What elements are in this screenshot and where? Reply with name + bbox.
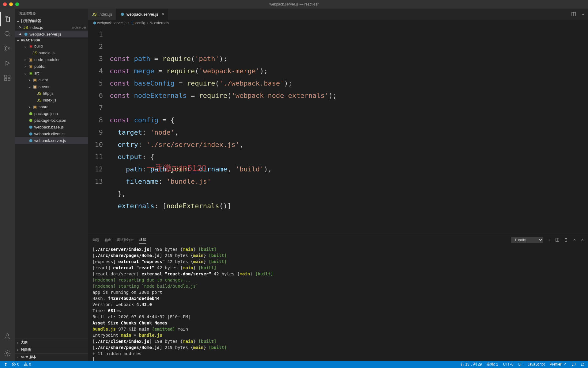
folder-item[interactable]: ›▣public — [15, 63, 88, 70]
namespace-icon: ⊟ — [131, 21, 134, 25]
item-label: webpack.base.js — [34, 125, 86, 129]
file-icon: ▣ — [32, 84, 37, 89]
panel-tab[interactable]: 问题 — [92, 236, 99, 243]
svg-point-8 — [6, 334, 9, 336]
feedback-icon[interactable] — [571, 362, 576, 366]
open-editor-item[interactable]: ●⬢webpack.server.js — [15, 31, 88, 37]
indentation[interactable]: 空格: 2 — [487, 362, 498, 367]
encoding[interactable]: UTF-8 — [503, 362, 514, 366]
folder-item[interactable]: ›▣client — [15, 76, 88, 83]
terminal-output[interactable]: [./src/server/index.js] 496 bytes {main}… — [88, 244, 588, 361]
sidebar-section-header[interactable]: ›NPM 脚本 — [15, 353, 88, 361]
more-actions-icon[interactable]: ⋯ — [580, 12, 584, 17]
breadcrumb-item[interactable]: ✎ externals — [150, 21, 169, 25]
terminal-line: [./src/share/pages/Home.js] 219 bytes {m… — [92, 344, 584, 351]
close-icon[interactable]: × — [19, 25, 21, 30]
terminal-line: bundle.js 977 KiB main [emitted] main — [92, 326, 584, 332]
svg-rect-5 — [5, 79, 7, 81]
file-icon: ⬢ — [93, 21, 96, 25]
svg-rect-7 — [8, 75, 10, 77]
folder-item[interactable]: ⌄▣build — [15, 43, 88, 49]
terminal-select[interactable]: 1: node — [511, 237, 543, 243]
svg-point-1 — [5, 46, 6, 48]
item-label: webpack.server.js — [34, 138, 86, 143]
split-terminal-icon[interactable] — [555, 238, 560, 242]
open-editors-list: ×JSindex.jssrc/server●⬢webpack.server.js — [15, 24, 88, 37]
prettier-status[interactable]: Prettier: ✓ — [550, 362, 567, 366]
file-icon: ▣ — [28, 64, 33, 69]
errors-count[interactable]: 0 — [12, 362, 19, 366]
terminal-line: [./src/client/index.js] 198 bytes {main}… — [92, 338, 584, 344]
breadcrumb-separator: › — [147, 21, 148, 25]
breadcrumb-item[interactable]: ⬢ webpack.server.js — [93, 21, 126, 25]
svg-point-9 — [6, 352, 8, 354]
terminal-line: Time: 681ms — [92, 308, 584, 314]
breadcrumbs[interactable]: ⬢ webpack.server.js›⊟ config›✎ externals — [88, 20, 588, 26]
bell-icon[interactable] — [581, 362, 585, 366]
open-editors-header[interactable]: ⌄ 打开的编辑器 — [15, 18, 88, 24]
item-label: public — [34, 64, 86, 69]
warnings-count[interactable]: 0 — [24, 362, 31, 366]
sidebar-section-header[interactable]: ›时间线 — [15, 346, 88, 353]
close-icon[interactable]: × — [162, 12, 164, 17]
minimize-window-button[interactable] — [9, 2, 13, 6]
kill-terminal-icon[interactable] — [564, 238, 568, 242]
code-content[interactable]: const path = require('path');const merge… — [110, 26, 588, 235]
close-panel-icon[interactable]: ✕ — [581, 238, 584, 242]
file-name: webpack.server.js — [29, 32, 86, 36]
file-icon: ⬢ — [23, 32, 28, 36]
file-item[interactable]: ⬢webpack.base.js — [15, 124, 88, 130]
editor-body[interactable]: 12345678910111213 const path = require('… — [88, 26, 588, 235]
file-item[interactable]: ⬢package.json — [15, 110, 88, 117]
settings-icon[interactable] — [0, 346, 15, 361]
terminal-line: [express] external "express" 42 bytes {m… — [92, 259, 584, 265]
file-item[interactable]: ⬢package-lock.json — [15, 117, 88, 124]
language-mode[interactable]: JavaScript — [528, 362, 545, 366]
split-editor-icon[interactable] — [571, 12, 576, 17]
activity-bar — [0, 9, 15, 361]
terminal-line: [nodemon] starting `node build/bundle.js… — [92, 283, 584, 289]
file-icon: JS — [23, 25, 28, 30]
panel-tabs: 问题输出调试控制台终端 1: node ＋ ✕ — [88, 235, 588, 244]
terminal-line: app is running on 3000 port — [92, 289, 584, 295]
maximize-window-button[interactable] — [15, 2, 19, 6]
chevron-icon: ⌄ — [23, 71, 27, 75]
window-title: webpack.server.js — react-ssr — [270, 2, 319, 6]
project-header[interactable]: ⌄ REACT-SSR — [15, 37, 88, 43]
panel-tab[interactable]: 调试控制台 — [117, 236, 134, 243]
remote-indicator[interactable] — [3, 362, 7, 366]
source-control-icon[interactable] — [0, 41, 15, 56]
modified-indicator[interactable]: ● — [19, 32, 21, 36]
chevron-icon: › — [28, 105, 31, 109]
file-icon: ▣ — [28, 44, 33, 48]
open-editor-item[interactable]: ×JSindex.jssrc/server — [15, 24, 88, 31]
folder-item[interactable]: ›▣node_modules — [15, 56, 88, 63]
folder-item[interactable]: ›▣share — [15, 103, 88, 110]
panel-tab[interactable]: 终端 — [139, 236, 146, 243]
eol[interactable]: LF — [518, 362, 523, 366]
breadcrumb-item[interactable]: ⊟ config — [131, 21, 145, 25]
tabs-actions: ⋯ — [571, 9, 588, 20]
new-terminal-icon[interactable]: ＋ — [548, 238, 551, 242]
file-item[interactable]: ⬢webpack.client.js — [15, 130, 88, 137]
file-icon: JS — [37, 91, 42, 96]
traffic-lights — [3, 2, 19, 6]
folder-item[interactable]: ⌄▣src — [15, 70, 88, 76]
close-window-button[interactable] — [3, 2, 7, 6]
maximize-panel-icon[interactable] — [572, 238, 577, 242]
debug-icon[interactable] — [0, 56, 15, 71]
sidebar-section-header[interactable]: ›大纲 — [15, 339, 88, 346]
editor-tab[interactable]: ⬢webpack.server.js× — [116, 9, 168, 20]
file-item[interactable]: JShttp.js — [15, 90, 88, 97]
file-item[interactable]: ⬢webpack.server.js — [15, 137, 88, 144]
search-icon[interactable] — [0, 26, 15, 41]
folder-item[interactable]: ⌄▣server — [15, 83, 88, 90]
panel-tab[interactable]: 输出 — [105, 236, 111, 243]
file-item[interactable]: JSbundle.js — [15, 49, 88, 56]
explorer-icon[interactable] — [0, 12, 15, 26]
extensions-icon[interactable] — [0, 71, 15, 85]
cursor-position[interactable]: 行 13，列 29 — [461, 362, 482, 367]
account-icon[interactable] — [0, 329, 15, 343]
editor-tab[interactable]: JSindex.js — [88, 9, 116, 20]
file-item[interactable]: JSindex.js — [15, 97, 88, 103]
